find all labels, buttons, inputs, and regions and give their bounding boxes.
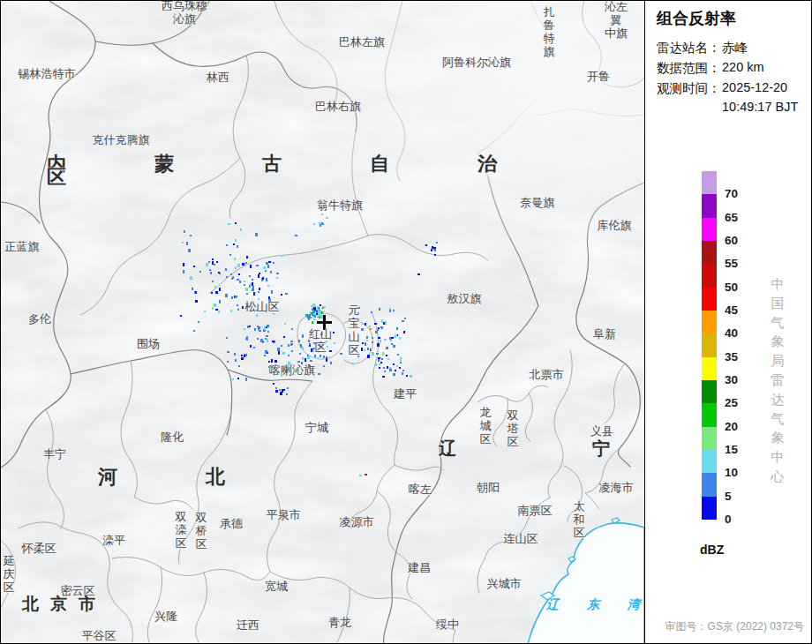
legend-color-step — [702, 473, 717, 496]
place-label: 喀喇沁旗 — [269, 363, 315, 377]
place-label: 兴城市 — [487, 577, 522, 590]
legend-tick-label: 50 — [725, 281, 751, 294]
place-label: 开鲁 — [587, 70, 610, 83]
place-label: 太 和 区 — [573, 499, 586, 539]
place-label: 凌海市 — [599, 481, 634, 494]
place-label: 延 庆 区 — [3, 554, 16, 594]
range-label: 数据范围： — [657, 60, 721, 77]
place-label: 义县 — [590, 424, 613, 438]
place-label: 平谷区 — [82, 629, 117, 642]
place-label: 青龙 — [328, 616, 351, 629]
station-label: 雷达站名： — [657, 40, 721, 56]
place-label: 龙 城 区 — [479, 406, 492, 446]
legend-color-step — [702, 218, 717, 241]
legend-tick-label: 25 — [725, 396, 751, 409]
radar-map: 锡林浩特市西乌珠穆 沁旗巴林左旗阿鲁科尔沁旗开鲁科尔沁左翼 中旗扎 鲁 特 旗林… — [1, 1, 644, 643]
obstime-date: 2025-12-20 — [722, 80, 787, 94]
place-label: 扎 鲁 特 旗 — [543, 5, 556, 58]
place-label: 隆化 — [161, 431, 184, 444]
place-label: 双 滦 区 — [175, 510, 188, 550]
place-label: 兴隆 — [154, 610, 177, 623]
province-label: 河北 — [98, 470, 313, 483]
place-label: 绥中 — [436, 618, 459, 631]
legend-tick-label: 35 — [725, 350, 751, 363]
legend-tick-label: 65 — [725, 211, 751, 224]
legend-tick-label: 55 — [725, 257, 751, 270]
place-label: 建平 — [394, 387, 417, 401]
legend-color-step — [702, 264, 717, 287]
legend-color-step — [702, 403, 717, 426]
place-label: 平泉市 — [267, 508, 301, 521]
org-watermark-vertical: 中 国 气 象 局 雷 达 气 象 中 心 — [770, 274, 786, 486]
legend-tick-label: 60 — [725, 234, 751, 247]
legend-tick-label: 40 — [725, 326, 751, 340]
obstime-label: 观测时间： — [657, 80, 721, 97]
place-label: 阿鲁科尔沁旗 — [442, 56, 511, 69]
reflectivity-color-scale: 7065605550454035302520151050 — [702, 171, 717, 520]
place-label: 多伦 — [28, 312, 51, 326]
place-label: 宁城 — [305, 421, 328, 434]
legend-tick-label: 5 — [725, 490, 751, 503]
place-label: 喀左 — [409, 483, 432, 496]
place-label: 宽城 — [265, 580, 288, 593]
place-label: 凌源市 — [340, 515, 374, 528]
place-label: 承德 — [220, 517, 243, 530]
range-value: 220 km — [722, 60, 764, 74]
place-label: 翁牛特旗 — [317, 198, 363, 212]
radar-app-window: 锡林浩特市西乌珠穆 沁旗巴林左旗阿鲁科尔沁旗开鲁科尔沁左翼 中旗扎 鲁 特 旗林… — [0, 0, 812, 644]
place-label: 奈曼旗 — [521, 196, 555, 209]
place-label: 正蓝旗 — [5, 240, 40, 253]
map-approval-number: 审图号：GS京 (2022) 0372号 — [665, 619, 804, 634]
place-label: 克什克腾旗 — [93, 133, 150, 146]
place-label: 松山区 — [245, 300, 280, 313]
place-label: 西乌珠穆 沁旗 — [162, 1, 207, 26]
province-label: 辽 — [439, 442, 456, 455]
legend-color-step — [702, 311, 717, 333]
legend-tick-label: 15 — [725, 443, 751, 456]
map-labels-layer: 锡林浩特市西乌珠穆 沁旗巴林左旗阿鲁科尔沁旗开鲁科尔沁左翼 中旗扎 鲁 特 旗林… — [1, 1, 644, 643]
legend-unit: dBZ — [700, 543, 724, 557]
province-label: 内蒙古自治区 — [47, 157, 644, 183]
legend-color-step — [702, 333, 717, 356]
province-label: 宁 — [592, 442, 610, 455]
place-label: 科尔沁左翼 中旗 — [602, 1, 630, 40]
place-label: 双 桥 区 — [195, 511, 208, 550]
place-label: 围场 — [137, 337, 160, 350]
province-label: 北京市 — [22, 597, 107, 610]
place-label: 丰宁 — [43, 447, 66, 461]
legend-tick-label: 45 — [725, 303, 751, 317]
legend-color-step — [702, 171, 717, 194]
sea-label: 辽 东 湾 — [546, 598, 644, 611]
legend-color-step — [702, 194, 717, 217]
obstime-clock: 10:49:17 BJT — [722, 100, 798, 114]
legend-color-step — [702, 288, 717, 311]
place-label: 北票市 — [530, 368, 564, 381]
info-panel: 组合反射率 雷达站名： 赤峰 数据范围： 220 km 观测时间： 2025-1… — [644, 1, 812, 643]
place-label: 南票区 — [518, 504, 553, 517]
place-label: 怀柔区 — [22, 542, 56, 555]
place-label: 滦平 — [102, 534, 125, 547]
place-label: 迁西 — [237, 618, 259, 632]
station-value: 赤峰 — [722, 40, 748, 56]
place-label: 阜新 — [593, 327, 616, 341]
legend-color-step — [702, 357, 717, 380]
place-label: 锡林浩特市 — [19, 67, 76, 80]
legend-color-step — [702, 241, 717, 264]
place-label: 敖汉旗 — [447, 292, 482, 305]
legend-color-step — [702, 427, 717, 450]
legend-tick-label: 0 — [725, 513, 751, 526]
place-label: 双 塔 区 — [507, 408, 520, 448]
legend-tick-label: 10 — [725, 466, 751, 479]
place-label: 红山 区 — [309, 327, 332, 354]
legend-color-step — [702, 450, 717, 473]
legend-tick-label: 30 — [725, 373, 751, 386]
legend-tick-label: 70 — [725, 187, 751, 200]
place-label: 林西 — [207, 71, 229, 84]
product-title: 组合反射率 — [657, 8, 736, 29]
legend-color-step — [702, 380, 717, 403]
legend-tick-label: 20 — [725, 420, 751, 433]
legend-color-step — [702, 497, 717, 520]
place-label: 元 宝 山 区 — [348, 303, 361, 356]
place-label: 连山区 — [504, 532, 538, 545]
place-label: 库伦旗 — [598, 219, 632, 232]
